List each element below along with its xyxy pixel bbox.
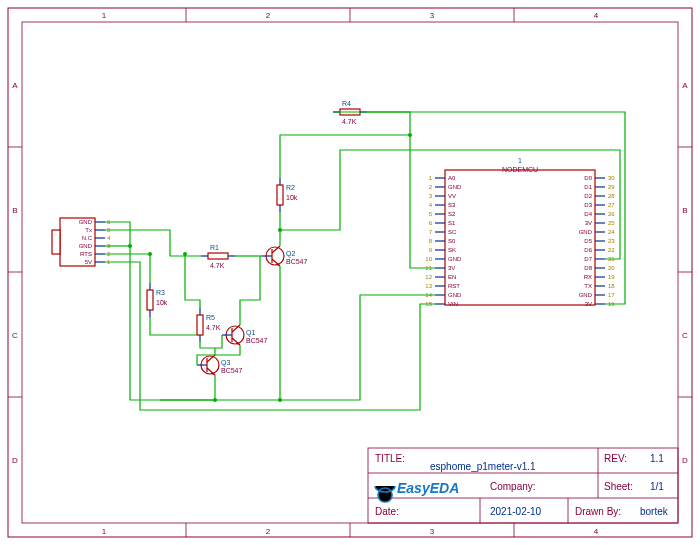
title-label: TITLE: <box>375 453 405 464</box>
company-label: Company: <box>490 481 536 492</box>
svg-text:17: 17 <box>608 292 615 298</box>
svg-rect-139 <box>147 290 153 310</box>
rev-value: 1.1 <box>650 453 664 464</box>
svg-text:VIN: VIN <box>448 301 458 307</box>
title-value: esphome_p1meter-v1.1 <box>430 461 536 472</box>
svg-point-176 <box>183 252 187 256</box>
svg-point-172 <box>408 133 412 137</box>
svg-text:Q3: Q3 <box>221 359 230 367</box>
svg-text:12: 12 <box>425 274 432 280</box>
svg-text:GND: GND <box>448 292 462 298</box>
ruler-r-b: B <box>682 206 687 215</box>
svg-text:20: 20 <box>608 265 615 271</box>
svg-text:D4: D4 <box>584 211 592 217</box>
svg-text:22: 22 <box>608 247 615 253</box>
resistor-r5: R5 4.7K <box>197 308 221 342</box>
svg-text:R2: R2 <box>286 184 295 191</box>
svg-text:10k: 10k <box>156 299 168 306</box>
date-label: Date: <box>375 506 399 517</box>
svg-text:GND: GND <box>79 243 93 249</box>
svg-text:SK: SK <box>448 247 456 253</box>
svg-text:R1: R1 <box>210 244 219 251</box>
svg-text:Q2: Q2 <box>286 250 295 258</box>
svg-text:R4: R4 <box>342 100 351 107</box>
svg-rect-104 <box>52 230 60 254</box>
svg-text:25: 25 <box>608 220 615 226</box>
ruler-l-c: C <box>12 331 18 340</box>
svg-text:7: 7 <box>429 229 433 235</box>
svg-text:GND: GND <box>448 256 462 262</box>
drawnby-value: bortek <box>640 506 669 517</box>
svg-point-177 <box>213 398 217 402</box>
svg-text:RTS: RTS <box>80 251 92 257</box>
svg-text:D8: D8 <box>584 265 592 271</box>
svg-text:3V: 3V <box>585 301 592 307</box>
svg-text:27: 27 <box>608 202 615 208</box>
svg-text:24: 24 <box>608 229 615 235</box>
svg-text:23: 23 <box>608 238 615 244</box>
ruler-top-2: 2 <box>266 11 271 20</box>
svg-text:3V: 3V <box>448 265 455 271</box>
svg-text:8: 8 <box>429 238 433 244</box>
svg-text:5: 5 <box>429 211 433 217</box>
svg-text:10k: 10k <box>286 194 298 201</box>
svg-text:18: 18 <box>608 283 615 289</box>
svg-point-174 <box>128 244 132 248</box>
svg-text:4.7K: 4.7K <box>210 262 225 269</box>
ruler-top-3: 3 <box>430 11 435 20</box>
sheet-label: Sheet: <box>604 481 633 492</box>
svg-text:S2: S2 <box>448 211 456 217</box>
sheet-value: 1/1 <box>650 481 664 492</box>
ruler-bot-3: 3 <box>430 527 435 536</box>
svg-text:26: 26 <box>608 211 615 217</box>
svg-text:SC: SC <box>448 229 457 235</box>
svg-text:30: 30 <box>608 175 615 181</box>
ruler-top-1: 1 <box>102 11 107 20</box>
svg-text:GND: GND <box>579 292 593 298</box>
svg-text:D3: D3 <box>584 202 592 208</box>
svg-text:13: 13 <box>425 283 432 289</box>
svg-text:2: 2 <box>429 184 433 190</box>
svg-text:1: 1 <box>429 175 433 181</box>
svg-text:GND: GND <box>79 219 93 225</box>
svg-text:6: 6 <box>429 220 433 226</box>
svg-text:S0: S0 <box>448 238 456 244</box>
svg-text:28: 28 <box>608 193 615 199</box>
svg-text:GND: GND <box>579 229 593 235</box>
transistor-q3: Q3 BC547 <box>197 355 243 375</box>
svg-rect-129 <box>277 185 283 205</box>
ruler-r-d: D <box>682 456 688 465</box>
svg-text:N.C: N.C <box>82 235 93 241</box>
svg-text:19: 19 <box>608 274 615 280</box>
svg-text:D6: D6 <box>584 247 592 253</box>
svg-text:RX: RX <box>584 274 592 280</box>
svg-text:D1: D1 <box>584 184 592 190</box>
nodemcu-ref: NODEMCU <box>502 166 538 173</box>
svg-text:D0: D0 <box>584 175 592 181</box>
easyeda-logo: EasyEDA <box>375 480 459 502</box>
svg-text:A0: A0 <box>448 175 456 181</box>
rj-connector: 6GND 5Tx 4N.C 3GND 2RTS 15V <box>52 218 111 266</box>
svg-text:D7: D7 <box>584 256 592 262</box>
svg-text:Q1: Q1 <box>246 329 255 337</box>
ruler-l-b: B <box>12 206 17 215</box>
svg-text:4: 4 <box>107 235 111 241</box>
ruler-bot-2: 2 <box>266 527 271 536</box>
transistor-q1: Q1 BC547 <box>222 325 268 345</box>
ruler-r-a: A <box>682 81 688 90</box>
svg-text:BC547: BC547 <box>246 337 268 344</box>
ruler-r-c: C <box>682 331 688 340</box>
svg-text:29: 29 <box>608 184 615 190</box>
svg-text:VV: VV <box>448 193 456 199</box>
ruler-top-4: 4 <box>594 11 599 20</box>
svg-text:3: 3 <box>429 193 433 199</box>
svg-text:S1: S1 <box>448 220 456 226</box>
svg-text:Tx: Tx <box>85 227 92 233</box>
rev-label: REV: <box>604 453 627 464</box>
svg-text:10: 10 <box>425 256 432 262</box>
ruler-bot-4: 4 <box>594 527 599 536</box>
svg-text:EasyEDA: EasyEDA <box>397 480 459 496</box>
transistor-q2: Q2 BC547 <box>262 246 308 266</box>
schematic-sheet: 1 2 3 4 1 2 3 4 A B C D A B C D 1 NODEMC… <box>0 0 700 545</box>
svg-text:TX: TX <box>584 283 592 289</box>
